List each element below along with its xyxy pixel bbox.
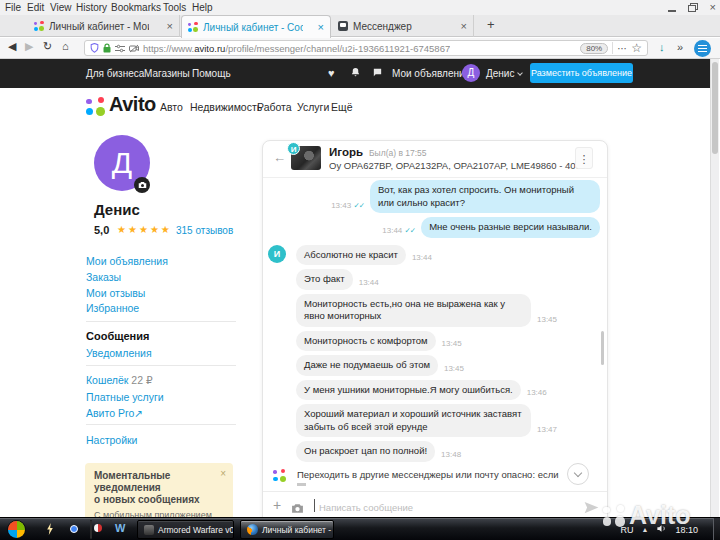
new-tab-button[interactable]: + [487,17,495,32]
sidebar-item-notifications[interactable]: Уведомления [86,347,152,359]
url-bar[interactable]: https://www.avito.ru/profile/messenger/c… [84,40,648,56]
chat-item-title[interactable]: Оу OPA627BP, OPA2132PA, OPA2107AP, LME49… [329,160,579,171]
back-icon[interactable]: ◀ [8,40,16,53]
tab-close-icon[interactable]: × [167,20,173,32]
tab-my-ads[interactable]: Личный кабинет - Мои объя × [28,15,180,37]
window-controls: × [668,0,716,15]
forward-icon[interactable]: ▶ [25,40,33,53]
page-scrollbar[interactable] [710,59,719,517]
menu-edit[interactable]: Edit [24,1,47,14]
menu-tools[interactable]: Tools [160,1,189,14]
promo-title: Моментальные уведомления о новых сообщен… [94,470,224,506]
message-bubble: Хороший материал и хороший источник заст… [296,404,531,437]
message-row: 13:44 ✓✓ Мне очень разные версии называл… [296,217,600,238]
sidebar-item-my-reviews[interactable]: Мои отзывы [86,287,145,299]
chat-contact-name[interactable]: Игорь [329,146,363,158]
topbar-my-ads[interactable]: Мои объявления [392,68,470,79]
avito-logo-dots[interactable] [86,97,105,116]
topbar-link-business[interactable]: Для бизнеса [86,68,144,79]
player-icon[interactable] [90,520,92,539]
message-input[interactable] [317,497,561,517]
start-button[interactable] [7,520,26,539]
restore-icon[interactable] [688,3,698,12]
download-icon[interactable]: ↓ [659,41,665,53]
tab-title: Личный кабинет - Мои объя [49,21,149,32]
menu-view[interactable]: View [47,1,75,14]
browser-icon [247,524,258,535]
photo-attach-icon[interactable] [291,500,304,518]
zoom-level-badge[interactable]: 80% [580,43,608,54]
send-icon[interactable] [584,500,599,518]
menu-bookmarks[interactable]: Bookmarks [108,1,164,14]
topbar-user-name[interactable]: Денис [486,68,514,79]
sidebar-item-my-ads[interactable]: Мои объявления [86,255,168,267]
page-scrollbar-thumb[interactable] [712,62,718,154]
taskbar-button-browser[interactable]: Личный кабинет - С... [240,520,334,539]
tab-messenger[interactable]: Мессенджер × [332,15,474,37]
app-menu-icon[interactable] [694,40,711,57]
url-text[interactable]: https://www.avito.ru/profile/messenger/c… [143,43,450,54]
topbar-link-shops[interactable]: Магазины [144,68,190,79]
sidebar-item-avito-pro[interactable]: Авито Pro↗ [86,407,143,419]
lock-icon[interactable] [103,43,111,53]
message-bubble: Мониторность есть,но она не выражена как… [296,294,531,327]
messages-bubble-icon[interactable] [372,67,383,80]
read-checks-icon: ✓✓ [405,226,416,235]
favorites-heart-icon[interactable]: ♥ [328,67,335,79]
reviews-link[interactable]: 315 отзывов [176,225,233,236]
topbar-user-avatar[interactable]: Д [462,64,480,82]
message-time: 13:44 [412,253,432,265]
sidebar-item-wallet[interactable]: Кошелёк 22 ₽ [86,374,153,386]
scroll-to-bottom-button[interactable] [567,463,589,485]
message-bubble: Вот, как раз хотел спросить. Он мониторн… [370,180,600,213]
sidebar-item-paid-services[interactable]: Платные услуги [86,391,164,403]
topbar-link-help[interactable]: Помощь [192,68,231,79]
nav-services[interactable]: Услуги [297,101,329,113]
sidebar-item-settings[interactable]: Настройки [86,434,138,446]
home-icon[interactable]: ⌂ [62,40,69,52]
chat-last-seen: Был(а) в 17:55 [369,148,427,158]
notifications-bell-icon[interactable] [350,67,361,80]
waterfox-icon[interactable]: W [115,522,125,534]
nav-auto[interactable]: Авто [160,101,183,113]
promo-close-icon[interactable]: × [220,468,226,479]
divider [86,365,236,366]
chat-scrollbar-thumb[interactable] [601,331,604,365]
avatar-camera-icon[interactable] [134,177,150,193]
chat-menu-icon[interactable]: ⋮ [575,147,593,169]
page-actions-icon[interactable]: ⋯ [617,43,627,54]
message-row: Это факт 13:44 [296,269,600,290]
sidebar-item-favorites[interactable]: Избранное [86,302,139,314]
tab-close-icon[interactable]: × [461,20,467,32]
permissions-icon[interactable] [115,44,125,53]
message-row: Мониторность есть,но она не выражена как… [296,294,600,327]
reload-icon[interactable]: ↻ [43,40,52,53]
close-window-icon[interactable]: × [710,0,716,15]
bookmark-star-icon[interactable]: ☆ [631,41,642,55]
tab-title: Личный кабинет - Сообщени [203,22,303,33]
post-ad-button[interactable]: Разместить объявление [530,63,633,83]
minimize-icon[interactable] [668,10,676,12]
nav-jobs[interactable]: Работа [257,101,292,113]
sidebar-item-orders[interactable]: Заказы [86,271,121,283]
toolbar-overflow-icon[interactable]: » [677,41,683,53]
show-desktop-button[interactable] [713,518,720,540]
avito-logo-text[interactable]: Avito [109,93,156,116]
nav-more[interactable]: Ещё [331,101,352,113]
taskbar-button-armored-warfare[interactable]: Armored Warfare v0.... [137,520,234,539]
tab-messages[interactable]: Личный кабинет - Сообщени × [181,15,331,38]
menu-file[interactable]: File [2,1,24,14]
message-time: 13:46 [527,388,547,400]
nav-realty[interactable]: Недвижимость [190,101,262,113]
sidebar-item-messages[interactable]: Сообщения [86,330,149,342]
tab-close-icon[interactable]: × [318,21,324,33]
menu-help[interactable]: Help [189,1,216,14]
chat-back-icon[interactable]: ← [273,150,286,165]
contact-avatar: И [268,245,286,263]
messenger-favicon [338,21,348,31]
attach-icon[interactable]: + [273,497,281,513]
shield-icon[interactable] [90,43,99,53]
message-bubble: У меня ушники мониторные.Я могу ошибитьс… [296,380,521,401]
camera-blocked-icon[interactable] [129,44,139,53]
menu-history[interactable]: History [73,1,110,14]
